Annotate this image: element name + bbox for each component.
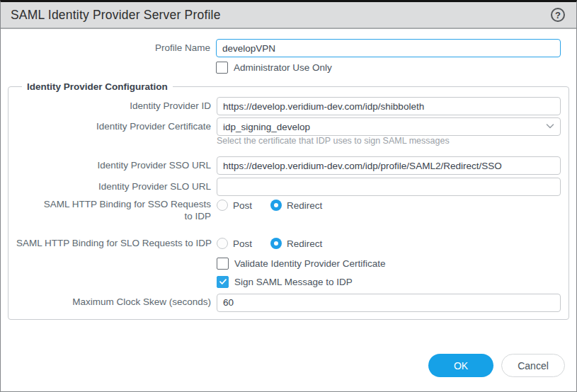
identity-provider-configuration-group: Identity Provider Configuration Identity… (8, 81, 569, 320)
sso-binding-row: SAML HTTP Binding for SSO Requests to ID… (16, 199, 561, 223)
slo-binding-row: SAML HTTP Binding for SLO Requests to ID… (16, 238, 561, 250)
idp-certificate-label: Identity Provider Certificate (16, 121, 211, 133)
idp-id-row: Identity Provider ID (16, 97, 561, 115)
admin-use-only-row: Administrator Use Only (1, 62, 576, 74)
cancel-button[interactable]: Cancel (501, 354, 565, 377)
radio-selected-icon[interactable] (270, 238, 282, 249)
idp-id-label: Identity Provider ID (16, 100, 211, 113)
checkbox-unchecked-icon[interactable] (216, 62, 228, 74)
validate-idp-cert-label: Validate Identity Provider Certificate (234, 258, 386, 269)
identity-provider-configuration-legend: Identity Provider Configuration (22, 81, 173, 92)
idp-slo-url-row: Identity Provider SLO URL (16, 178, 561, 196)
idp-sso-url-label: Identity Provider SSO URL (16, 160, 211, 172)
max-clock-skew-input[interactable] (217, 294, 561, 312)
dialog-titlebar: SAML Identity Provider Server Profile ? (1, 2, 576, 29)
max-clock-skew-label: Maximum Clock Skew (seconds) (16, 296, 211, 309)
slo-binding-label: SAML HTTP Binding for SLO Requests to ID… (16, 238, 211, 250)
dialog-title: SAML Identity Provider Server Profile (11, 8, 221, 23)
sso-binding-option-post[interactable]: Post (217, 200, 252, 211)
idp-certificate-helper-text: Select the certificate that IDP uses to … (217, 136, 450, 146)
help-icon[interactable]: ? (551, 8, 565, 22)
admin-use-only-checkbox[interactable]: Administrator Use Only (216, 62, 332, 74)
idp-slo-url-label: Identity Provider SLO URL (16, 181, 211, 193)
chevron-down-icon (544, 120, 556, 134)
profile-name-input[interactable] (216, 39, 561, 57)
check-icon (219, 277, 227, 286)
sign-saml-message-checkbox[interactable]: Sign SAML Message to IDP (217, 276, 353, 288)
saml-idp-server-profile-dialog: SAML Identity Provider Server Profile ? … (0, 0, 577, 392)
validate-idp-cert-row: Validate Identity Provider Certificate (16, 258, 561, 270)
idp-sso-url-input[interactable] (217, 156, 561, 175)
sign-saml-message-label: Sign SAML Message to IDP (234, 277, 353, 287)
dialog-footer: OK Cancel (1, 354, 576, 391)
idp-certificate-selected-value: idp_signing_develop (223, 122, 544, 132)
admin-use-only-label: Administrator Use Only (234, 62, 332, 73)
idp-sso-url-row: Identity Provider SSO URL (16, 156, 561, 175)
radio-selected-icon[interactable] (270, 200, 282, 211)
slo-binding-option-redirect[interactable]: Redirect (270, 238, 322, 249)
dialog-body: Profile Name Administrator Use Only Iden… (1, 29, 576, 354)
max-clock-skew-row: Maximum Clock Skew (seconds) (16, 294, 561, 312)
ok-button[interactable]: OK (428, 354, 493, 377)
validate-idp-cert-checkbox[interactable]: Validate Identity Provider Certificate (217, 258, 386, 270)
radio-unselected-icon[interactable] (217, 238, 228, 249)
idp-id-input[interactable] (217, 97, 561, 115)
checkbox-checked-icon[interactable] (217, 276, 229, 288)
checkbox-unchecked-icon[interactable] (217, 258, 229, 270)
idp-slo-url-input[interactable] (217, 178, 561, 196)
sso-binding-option-redirect[interactable]: Redirect (270, 200, 322, 211)
radio-unselected-icon[interactable] (217, 200, 228, 211)
profile-name-label: Profile Name (1, 42, 210, 54)
sign-saml-message-row: Sign SAML Message to IDP (16, 276, 561, 288)
slo-binding-option-post[interactable]: Post (217, 238, 252, 249)
sso-binding-label: SAML HTTP Binding for SSO Requests to ID… (16, 199, 211, 223)
profile-name-row: Profile Name (1, 39, 576, 57)
